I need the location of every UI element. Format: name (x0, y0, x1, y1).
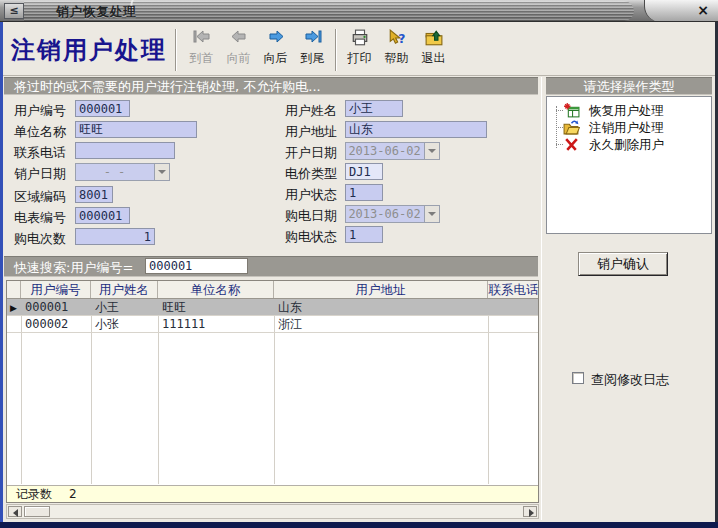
dropdown-button[interactable] (424, 143, 439, 159)
horizontal-scrollbar[interactable] (6, 504, 539, 519)
app-window: ≤ 销户恢复处理 × 注销用户处理 到首 向前 向后 (0, 0, 718, 528)
option-restore-user[interactable]: 恢复用户处理 (563, 102, 709, 119)
unit-name-label: 单位名称 (14, 123, 66, 141)
contact-phone-label: 联系电话 (14, 144, 66, 162)
next-record-icon (257, 29, 294, 49)
purchase-status-label: 购电状态 (285, 228, 337, 246)
row-marker-header (7, 281, 21, 298)
next-record-button[interactable]: 向后 (257, 28, 294, 72)
region-code-label: 区域编码 (14, 188, 66, 206)
help-cursor-icon: ? (378, 29, 415, 49)
current-row-marker-icon: ▶ (10, 303, 17, 313)
purchase-date-label: 购电日期 (285, 207, 337, 225)
close-icon[interactable]: × (697, 2, 709, 18)
purchase-count-label: 购电次数 (14, 230, 66, 248)
checkbox-icon[interactable] (572, 372, 584, 384)
page-title: 注销用户处理 (11, 34, 167, 66)
col-unit-name: 单位名称 (158, 281, 274, 298)
printer-icon (341, 29, 378, 49)
window-border-left (0, 22, 3, 528)
window-title: 销户恢复处理 (56, 4, 137, 21)
dropdown-button[interactable] (154, 164, 169, 180)
col-user-name: 用户姓名 (91, 281, 158, 298)
window-border-bottom (0, 522, 718, 528)
record-count-label: 记录数 (16, 487, 52, 502)
option-deregister-user[interactable]: 注销用户处理 (563, 119, 709, 136)
open-date-combo: 2013-06-02 (345, 142, 440, 160)
col-contact-phone: 联系电话 (488, 281, 539, 298)
last-record-button[interactable]: 到尾 (294, 28, 331, 72)
unit-name-input[interactable] (75, 121, 197, 138)
tree-connector (556, 127, 563, 128)
open-date-label: 开户日期 (285, 144, 337, 162)
col-user-id: 用户编号 (21, 281, 91, 298)
user-id-input[interactable] (75, 100, 130, 117)
tree-connector (556, 144, 563, 145)
toolbar: 注销用户处理 到首 向前 向后 到尾 (3, 23, 715, 76)
option-delete-user[interactable]: 永久删除用户 (563, 136, 709, 153)
quick-search-input[interactable] (145, 258, 248, 274)
quick-search-bar: 快速搜索:用户编号= (4, 256, 538, 277)
purchase-date-combo: 2013-06-02 (345, 205, 440, 223)
cancel-account-confirm-button[interactable]: 销户确认 (578, 252, 668, 276)
grid-header: 用户编号 用户姓名 单位名称 用户地址 联系电话 (7, 281, 538, 299)
user-status-input[interactable] (345, 184, 383, 201)
prev-record-button: 向前 (220, 28, 257, 72)
record-count-footer: 记录数 2 (7, 485, 538, 502)
user-name-label: 用户姓名 (285, 102, 337, 120)
window-titlebar: ≤ 销户恢复处理 × (0, 0, 718, 22)
prev-record-icon (220, 29, 257, 49)
tree-connector (556, 110, 563, 111)
operation-type-header: 请选择操作类型 (546, 77, 712, 95)
record-count-value: 2 (69, 487, 77, 502)
user-grid: 用户编号 用户姓名 单位名称 用户地址 联系电话 ▶ 000001 小王 旺旺 … (6, 280, 539, 503)
user-address-input[interactable] (345, 121, 487, 138)
scroll-right-icon[interactable] (523, 506, 537, 517)
table-row[interactable]: ▶ 000001 小王 旺旺 山东 (7, 299, 538, 316)
meter-id-input[interactable] (75, 207, 130, 224)
delete-x-icon (563, 136, 580, 157)
scroll-left-icon[interactable] (8, 506, 22, 517)
last-record-icon (294, 29, 331, 49)
user-name-input[interactable] (345, 100, 403, 117)
table-row[interactable]: 000002 小张 111111 浙江 (7, 316, 538, 333)
print-button[interactable]: 打印 (341, 28, 378, 72)
status-description-bar: 将过时的或不需要的用户进行注销处理, 不允许购电... (4, 77, 538, 95)
scrollbar-thumb[interactable] (24, 506, 50, 517)
window-menu-icon[interactable]: ≤ (4, 3, 24, 19)
region-code-input[interactable] (75, 186, 113, 203)
price-type-input[interactable] (345, 163, 383, 180)
panel-divider (541, 77, 542, 520)
help-button[interactable]: ? 帮助 (378, 28, 415, 72)
first-record-icon (183, 29, 220, 49)
operation-type-list: 恢复用户处理 注销用户处理 永久删除用户 (546, 96, 712, 234)
view-log-label: 查阅修改日志 (591, 371, 669, 389)
cancel-date-combo: - - (75, 163, 170, 181)
quick-search-label: 快速搜索:用户编号= (14, 260, 133, 275)
col-user-address: 用户地址 (274, 281, 488, 298)
toolbar-separator (175, 29, 177, 71)
purchase-count-input[interactable] (75, 228, 155, 245)
contact-phone-input[interactable] (75, 142, 175, 159)
user-status-label: 用户状态 (285, 186, 337, 204)
purchase-status-input[interactable] (345, 226, 383, 243)
cancel-date-label: 销户日期 (14, 165, 66, 183)
user-address-label: 用户地址 (285, 123, 337, 141)
user-id-label: 用户编号 (14, 102, 66, 120)
svg-text:?: ? (398, 32, 405, 46)
meter-id-label: 电表编号 (14, 209, 66, 227)
exit-folder-icon (415, 29, 452, 49)
exit-button[interactable]: 退出 (415, 28, 452, 72)
dropdown-button[interactable] (424, 206, 439, 222)
toolbar-separator (335, 29, 337, 71)
price-type-label: 电价类型 (285, 165, 337, 183)
first-record-button: 到首 (183, 28, 220, 72)
